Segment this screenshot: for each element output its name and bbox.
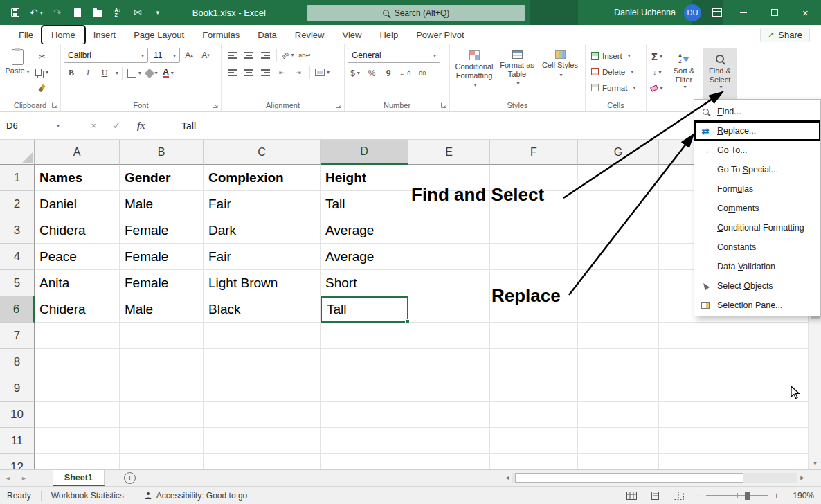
tab-power-pivot[interactable]: Power Pivot [407,26,473,44]
email-icon[interactable]: ✉ [132,7,143,18]
fill-handle[interactable] [405,319,410,324]
insert-function-icon[interactable]: fx [137,120,145,132]
cell-d6[interactable]: Tall [321,296,408,323]
menu-item-constants[interactable]: Constants [694,237,820,257]
cell-d5[interactable]: Short [321,270,408,296]
accessibility-status[interactable]: Accessibility: Good to go [156,491,247,501]
cell-g12[interactable] [578,454,659,469]
tab-page-layout[interactable]: Page Layout [125,26,193,44]
alignment-dialog-launcher-icon[interactable] [336,102,341,108]
decrease-decimal-button[interactable]: .00 [414,66,429,80]
cell-partial-12[interactable] [659,454,809,469]
align-right-button[interactable] [258,65,273,80]
cell-d8[interactable] [321,349,408,375]
find-select-button[interactable]: Find & Select▾ [703,48,737,100]
row-header-10[interactable]: 10 [0,402,35,428]
menu-item-formulas[interactable]: Formulas [694,179,820,199]
cell-e5[interactable] [408,270,490,296]
normal-view-icon[interactable] [624,489,640,503]
sort-filter-button[interactable]: AZ Sort & Filter▾ [667,48,701,100]
cell-c2[interactable]: Fair [204,191,321,217]
cell-e6[interactable] [408,296,490,323]
cell-c6[interactable]: Black [204,296,321,323]
cell-d11[interactable] [321,428,408,454]
delete-cells-button[interactable]: Delete▾ [588,64,643,80]
tab-insert[interactable]: Insert [84,26,125,44]
select-all-corner[interactable] [0,140,35,165]
cell-f11[interactable] [490,428,578,454]
cell-c10[interactable] [204,402,321,428]
cell-d3[interactable]: Average [321,217,408,244]
zoom-out-button[interactable]: − [695,490,701,501]
clipboard-dialog-launcher-icon[interactable] [52,102,57,108]
cell-g2[interactable] [578,191,659,217]
cell-b5[interactable]: Female [120,270,204,296]
menu-item-replace[interactable]: ⇄Replace... [694,121,820,141]
cell-c3[interactable]: Dark [204,217,321,244]
row-header-1[interactable]: 1 [0,165,35,191]
cell-c12[interactable] [204,454,321,469]
tab-formulas[interactable]: Formulas [193,26,249,44]
cell-a7[interactable] [35,323,120,349]
cell-a5[interactable]: Anita [35,270,120,296]
borders-button[interactable]: ▾ [126,66,143,80]
tab-file[interactable]: File [10,26,42,44]
cut-button[interactable]: ✂ [34,49,50,64]
cell-a10[interactable] [35,402,120,428]
menu-item-go-to[interactable]: →Go To... [694,141,820,160]
cell-c9[interactable] [204,375,321,402]
cell-e4[interactable] [408,244,490,270]
number-dialog-launcher-icon[interactable] [441,102,446,108]
fill-button[interactable]: ↓▾ [649,65,665,80]
align-left-button[interactable] [224,65,240,80]
menu-item-selection-pane[interactable]: Selection Pane... [694,296,820,315]
scroll-down-icon[interactable]: ▼ [809,458,821,469]
row-header-4[interactable]: 4 [0,244,35,270]
cell-b9[interactable] [120,375,204,402]
maximize-button[interactable] [759,0,790,25]
align-middle-button[interactable] [241,48,256,62]
comma-style-button[interactable]: 9 [381,66,396,80]
orientation-button[interactable]: ab▾ [280,48,296,62]
row-header-12[interactable]: 12 [0,454,35,469]
cell-b8[interactable] [120,349,204,375]
cell-a3[interactable]: Chidera [35,217,120,244]
increase-font-size-button[interactable]: A▴ [181,48,197,63]
close-button[interactable]: × [790,0,821,25]
cell-d9[interactable] [321,375,408,402]
cell-f4[interactable] [490,244,578,270]
cell-e8[interactable] [408,349,490,375]
column-header-b[interactable]: B [120,140,204,165]
percent-style-button[interactable]: % [364,66,379,80]
increase-indent-button[interactable]: ⇥ [291,65,306,80]
format-painter-button[interactable] [34,81,50,96]
cell-f9[interactable] [490,375,578,402]
cell-c5[interactable]: Light Brown [204,270,321,296]
copy-button[interactable]: ▾ [34,65,50,80]
align-center-button[interactable] [241,65,256,80]
cell-b4[interactable]: Female [120,244,204,270]
format-cells-button[interactable]: Format▾ [588,80,643,96]
cell-styles-button[interactable]: Cell Styles▾ [539,48,581,98]
scroll-right-icon[interactable]: ► [797,474,807,481]
align-bottom-button[interactable] [258,48,273,62]
paste-button[interactable]: Paste▾ [3,48,32,96]
row-header-6[interactable]: 6 [0,296,35,323]
cell-a1[interactable]: Names [35,165,120,191]
cell-b11[interactable] [120,428,204,454]
accounting-format-button[interactable]: $▾ [348,66,363,80]
zoom-level[interactable]: 190% [788,491,814,501]
cell-g9[interactable] [578,375,659,402]
cell-e11[interactable] [408,428,490,454]
cell-b6[interactable]: Male [120,296,204,323]
tab-review[interactable]: Review [286,26,334,44]
format-as-table-button[interactable]: Format as Table▾ [496,48,539,98]
font-dialog-launcher-icon[interactable] [213,102,218,108]
share-button[interactable]: ↗ Share [760,28,810,42]
cell-g6[interactable] [578,296,659,323]
cell-b1[interactable]: Gender [120,165,204,191]
cell-c1[interactable]: Complexion [204,165,321,191]
align-top-button[interactable] [224,48,240,62]
cell-g5[interactable] [578,270,659,296]
cell-c11[interactable] [204,428,321,454]
